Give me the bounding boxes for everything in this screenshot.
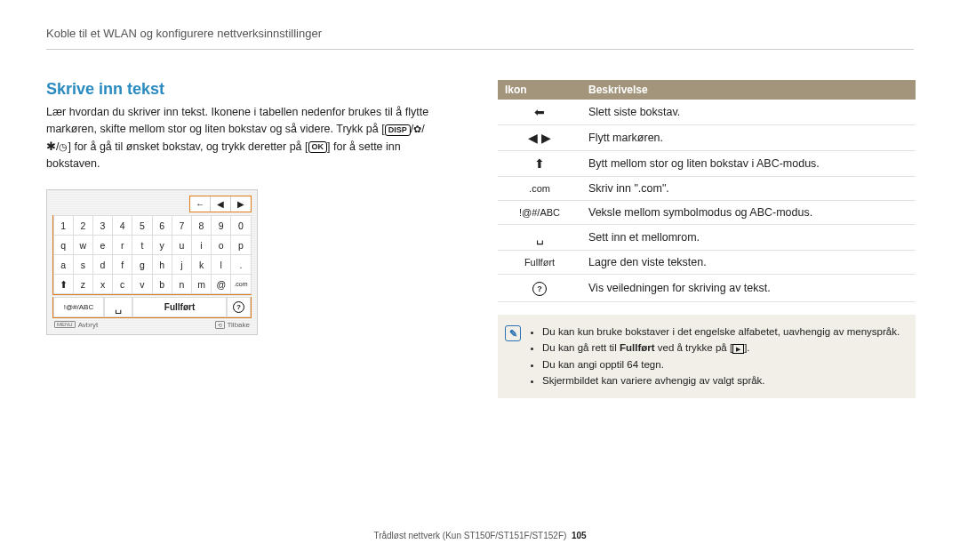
kbd-key[interactable]: 5	[132, 215, 152, 236]
kbd-key[interactable]: @	[211, 274, 231, 294]
kbd-menu-icon: MENU	[54, 321, 76, 328]
kbd-key[interactable]: d	[92, 254, 113, 275]
help-icon: ?	[498, 275, 581, 302]
th-desc: Beskrivelse	[581, 80, 916, 100]
icon-description: Bytt mellom stor og liten bokstav i ABC-…	[581, 151, 916, 177]
kbd-key[interactable]: 4	[112, 215, 132, 236]
table-row: ⬅Slett siste bokstav.	[498, 100, 916, 125]
flash-icon: ✱	[46, 140, 56, 153]
ok-button-ref: OK	[308, 141, 328, 153]
note-icon: ✎	[505, 325, 521, 341]
th-icon: Ikon	[498, 80, 581, 100]
kbd-key[interactable]: .com	[230, 274, 251, 294]
kbd-space-key[interactable]: ␣	[104, 297, 132, 317]
note-2a: Du kan gå rett til	[542, 342, 620, 353]
kbd-key[interactable]: s	[73, 254, 93, 275]
space-icon: ␣	[498, 225, 581, 251]
kbd-key[interactable]: w	[73, 235, 93, 255]
kbd-key[interactable]: u	[172, 235, 192, 255]
icon-description: Flytt markøren.	[581, 125, 916, 151]
kbd-nav-back-icon[interactable]: ←	[190, 196, 210, 212]
kbd-key[interactable]: ⬆	[53, 274, 74, 294]
note-line-4: Skjermbildet kan variere avhengig av val…	[542, 372, 900, 388]
table-row: ␣Sett inn et mellomrom.	[498, 225, 916, 251]
move-cursor-icon: ◀ ▶	[498, 125, 581, 151]
keyboard-main-grid: 1234567890qwertyuiopasdfghjkl.⬆zxcvbnm@.…	[52, 215, 252, 295]
icon-description: Skriv inn ".com".	[581, 177, 916, 201]
mode-switch-icon: !@#/ABC	[498, 201, 581, 225]
kbd-key[interactable]: x	[92, 274, 113, 294]
icon-description: Slett siste bokstav.	[581, 100, 916, 125]
kbd-key[interactable]: r	[112, 235, 132, 255]
icon-description: Veksle mellom symbolmodus og ABC-modus.	[581, 201, 916, 225]
kbd-help-key[interactable]: ?	[227, 297, 251, 317]
table-row: ?Vis veiledningen for skriving av tekst.	[498, 275, 916, 302]
kbd-cancel-label: Avbryt	[78, 321, 99, 329]
kbd-done-key[interactable]: Fullført	[132, 297, 227, 317]
note-line-3: Du kan angi opptil 64 tegn.	[542, 356, 900, 372]
macro-icon: ✿	[413, 122, 421, 137]
kbd-key[interactable]: y	[152, 235, 172, 255]
kbd-key[interactable]: k	[191, 254, 212, 275]
kbd-key[interactable]: .	[230, 254, 251, 275]
icon-description-table: Ikon Beskrivelse ⬅Slett siste bokstav.◀ …	[498, 80, 916, 302]
disp-button-ref: DISP	[385, 124, 411, 136]
note-2-bold: Fullført	[620, 342, 655, 353]
kbd-key[interactable]: f	[112, 254, 132, 275]
playback-button-ref: ▶	[732, 344, 744, 354]
table-row: ◀ ▶Flytt markøren.	[498, 125, 916, 151]
page-number: 105	[572, 531, 587, 540]
page-header: Koble til et WLAN og konfigurere nettver…	[46, 27, 322, 40]
page-footer: Trådløst nettverk (Kun ST150F/ST151F/ST1…	[0, 531, 960, 540]
kbd-key[interactable]: z	[73, 274, 93, 294]
kbd-key[interactable]: b	[152, 274, 172, 294]
kbd-key[interactable]: 2	[73, 215, 93, 236]
kbd-key[interactable]: n	[172, 274, 192, 294]
kbd-key[interactable]: 8	[191, 215, 212, 236]
kbd-key[interactable]: 6	[152, 215, 172, 236]
intro-text-2: for å gå til ønsket bokstav, og trykk de…	[74, 140, 301, 153]
kbd-back-icon: ⟲	[215, 321, 225, 329]
kbd-key[interactable]: g	[132, 254, 152, 275]
table-row: FullførtLagre den viste teksten.	[498, 251, 916, 275]
keyboard-footer: MENUAvbryt ⟲Tilbake	[52, 318, 252, 329]
kbd-key[interactable]: p	[230, 235, 251, 255]
kbd-key[interactable]: 9	[211, 215, 231, 236]
note-line-2: Du kan gå rett til Fullført ved å trykke…	[542, 340, 900, 356]
kbd-mode-key[interactable]: !@#/ABC	[53, 297, 104, 317]
kbd-nav-left-icon[interactable]: ◀	[210, 196, 230, 212]
kbd-key[interactable]: a	[53, 254, 74, 275]
kbd-nav-right-icon[interactable]: ▶	[230, 196, 251, 212]
kbd-key[interactable]: i	[191, 235, 212, 255]
kbd-key[interactable]: m	[191, 274, 212, 294]
note-line-1: Du kan kun bruke bokstaver i det engelsk…	[542, 324, 900, 340]
kbd-key[interactable]: c	[112, 274, 132, 294]
timer-icon: ◷	[59, 140, 68, 155]
shift-icon: ⬆	[498, 151, 581, 177]
note-2c: ved å trykke på	[655, 342, 730, 353]
footer-text: Trådløst nettverk (Kun ST150F/ST151F/ST1…	[373, 531, 566, 540]
kbd-back-label: Tilbake	[228, 321, 251, 329]
header-rule	[46, 49, 914, 50]
kbd-key[interactable]: e	[92, 235, 113, 255]
kbd-key[interactable]: 3	[92, 215, 113, 236]
kbd-key[interactable]: 0	[230, 215, 251, 236]
intro-paragraph: Lær hvordan du skriver inn tekst. Ikonen…	[46, 104, 437, 173]
intro-text-1: Lær hvordan du skriver inn tekst. Ikonen…	[46, 106, 428, 135]
kbd-key[interactable]: v	[132, 274, 152, 294]
table-row: .comSkriv inn ".com".	[498, 177, 916, 201]
icon-description: Lagre den viste teksten.	[581, 251, 916, 275]
keyboard-nav-row: ← ◀ ▶	[189, 196, 252, 212]
section-title: Skrive inn tekst	[46, 80, 437, 99]
kbd-key[interactable]: q	[53, 235, 74, 255]
kbd-key[interactable]: 1	[53, 215, 74, 236]
done-icon: Fullført	[498, 251, 581, 275]
kbd-key[interactable]: l	[211, 254, 231, 275]
kbd-key[interactable]: 7	[172, 215, 192, 236]
kbd-key[interactable]: h	[152, 254, 172, 275]
kbd-key[interactable]: j	[172, 254, 192, 275]
kbd-key[interactable]: t	[132, 235, 152, 255]
table-row: ⬆Bytt mellom stor og liten bokstav i ABC…	[498, 151, 916, 177]
note-box: ✎ Du kan kun bruke bokstaver i det engel…	[498, 315, 916, 398]
kbd-key[interactable]: o	[211, 235, 231, 255]
